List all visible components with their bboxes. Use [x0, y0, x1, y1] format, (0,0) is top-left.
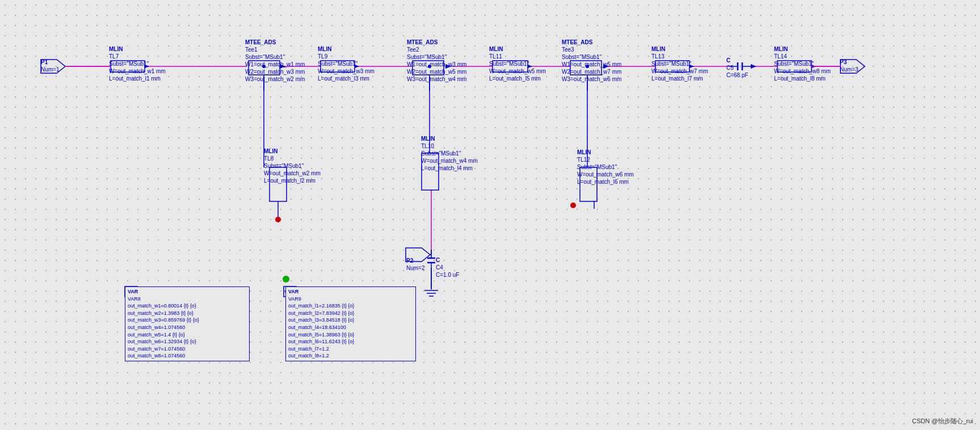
var8-block: VAR VAR8 out_match_w1=0.80014 {t} {o} ou… [125, 286, 250, 361]
p1-label: P1 Num=1 [41, 58, 60, 73]
tl8-label: MLIN TL8 Subst="MSub1" W=out_match_w2 mm… [264, 147, 321, 184]
svg-point-21 [275, 217, 281, 222]
tl12-label: MLIN TL12 Subst="MSub1" W=out_match_w6 m… [577, 149, 634, 186]
svg-marker-17 [751, 64, 756, 69]
var9-block: VAR VAR9 out_match_l1=2.16835 {t} {o} ou… [285, 286, 416, 361]
p3-label: P3 Num=3 [840, 58, 859, 73]
watermark: CSDN @怡步随心_rui [912, 417, 973, 425]
c4-label: C C4 C=1.0 uF [436, 256, 459, 279]
tl10-label: MLIN TL10 Subst="MSub1" W=out_match_w4 m… [421, 135, 478, 172]
tl11-label: MLIN TL11 Subst="MSub1" W=out_match_w5 m… [489, 45, 546, 82]
tl7-label: MLIN TL7 Subst="MSub1" W=out_match_w1 mm… [109, 45, 166, 82]
p2-label: P2 Num=2 [406, 257, 425, 272]
tee2-label: MTEE_ADS Tee2 Subst="MSub1" W1=out_match… [407, 39, 466, 83]
tl14-label: MLIN TL14 Subst="MSub1" W=out_match_w8 m… [774, 45, 831, 82]
c5-label: C C5 C=68 pF [726, 57, 748, 79]
tee3-label: MTEE_ADS Tee3 Subst="MSub1" W1=out_match… [562, 39, 621, 83]
tee1-label: MTEE_ADS Tee1 Subst="MSub1" W1=out_match… [245, 39, 305, 83]
tl9-label: MLIN TL9 Subst="MSub1" W=out_match_w3 mm… [318, 45, 375, 82]
tl13-label: MLIN TL13 Subst="MSub1" W=out_match_w7 m… [651, 45, 708, 82]
svg-point-30 [570, 203, 576, 208]
svg-point-64 [283, 276, 289, 283]
schematic-canvas: VAR VAR P1 Num=1 MLIN TL7 Subst="MSub1" … [0, 0, 980, 430]
